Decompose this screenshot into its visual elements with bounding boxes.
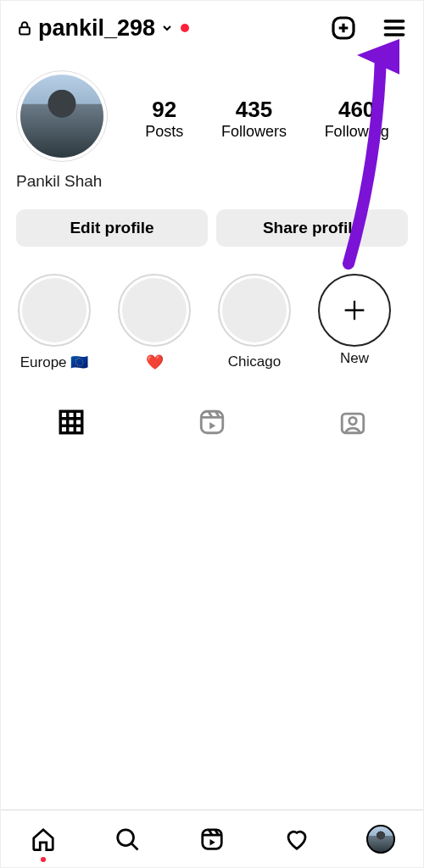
svg-point-6 [118, 829, 134, 845]
notification-dot [41, 857, 46, 862]
profile-action-buttons: Edit profile Share profile [1, 209, 423, 255]
create-icon[interactable] [330, 14, 357, 42]
edit-profile-button[interactable]: Edit profile [16, 209, 208, 247]
svg-point-5 [349, 417, 357, 425]
nav-home[interactable] [29, 825, 58, 854]
username-switcher[interactable]: pankil_298 [16, 15, 330, 42]
grid-tab[interactable] [1, 408, 142, 437]
nav-reels[interactable] [198, 825, 226, 854]
highlight-new[interactable]: New [316, 274, 393, 371]
display-name: Pankil Shah [1, 169, 423, 209]
nav-search[interactable] [113, 825, 142, 854]
hamburger-menu-icon[interactable] [381, 14, 408, 42]
highlight-item[interactable]: Europe 🇪🇺 [16, 274, 92, 371]
highlight-item[interactable]: ❤️ [116, 274, 192, 371]
reels-icon [199, 826, 225, 852]
heart-icon [284, 826, 310, 852]
profile-avatar[interactable] [16, 70, 108, 162]
followers-stat[interactable]: 435 Followers [221, 97, 287, 141]
profile-header: pankil_298 [1, 1, 423, 55]
reels-tab[interactable] [142, 408, 282, 437]
nav-activity[interactable] [282, 825, 311, 854]
avatar-icon [366, 825, 395, 854]
tagged-tab[interactable] [282, 408, 423, 437]
grid-icon [57, 408, 86, 437]
home-icon [31, 826, 56, 852]
svg-rect-2 [60, 411, 82, 433]
bottom-nav [1, 810, 423, 867]
search-icon [114, 826, 140, 852]
profile-content-tabs [1, 397, 423, 448]
story-highlights: Europe 🇪🇺 ❤️ Chicago New [1, 255, 423, 371]
posts-stat[interactable]: 92 Posts [145, 97, 183, 141]
notification-dot [181, 24, 189, 32]
lock-icon [16, 18, 33, 38]
reels-icon [198, 408, 226, 437]
chevron-down-icon [160, 21, 174, 35]
username-text: pankil_298 [38, 15, 155, 42]
svg-rect-3 [201, 411, 223, 433]
share-profile-button[interactable]: Share profile [216, 209, 408, 247]
svg-rect-0 [20, 27, 30, 34]
highlight-item[interactable]: Chicago [216, 274, 293, 371]
nav-profile[interactable] [366, 825, 395, 854]
following-stat[interactable]: 460 Following [325, 97, 389, 141]
tagged-icon [338, 408, 367, 437]
svg-rect-7 [203, 829, 222, 849]
plus-icon [340, 296, 369, 325]
profile-stats-row: 92 Posts 435 Followers 460 Following [1, 55, 423, 169]
